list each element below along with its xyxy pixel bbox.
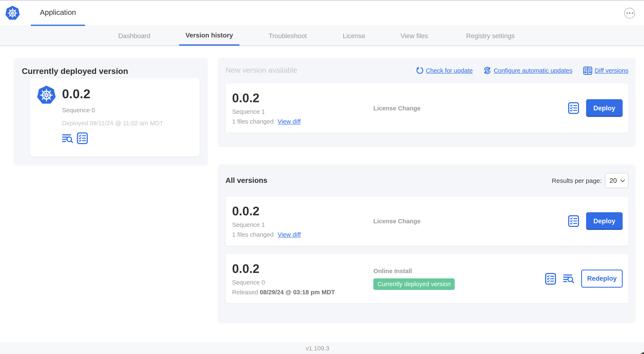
- diff-icon: [583, 66, 592, 75]
- tab-dashboard[interactable]: Dashboard: [114, 26, 154, 46]
- clock-refresh-icon: [484, 67, 491, 74]
- results-per-page-label: Results per page:: [552, 177, 602, 184]
- app-header: Application: [0, 0, 644, 26]
- kubernetes-app-icon: [37, 85, 56, 105]
- version-history-page: Application Dashboard Version history Tr…: [0, 0, 644, 354]
- app-tab-application[interactable]: Application: [31, 0, 85, 26]
- files-changed-label: 1 files changed: [232, 118, 274, 125]
- row-version-number: 0.0.2: [232, 204, 301, 218]
- checklist-icon[interactable]: [568, 215, 579, 227]
- files-changed-label: 1 files changed: [232, 231, 274, 238]
- configure-automatic-updates-link[interactable]: Configure automatic updates: [484, 67, 572, 74]
- deployed-timestamp: Deployed 09/11/24 @ 11:02 am MDT: [62, 120, 163, 127]
- tab-view-files[interactable]: View files: [398, 26, 431, 46]
- currently-deployed-badge: Currently deployed version: [373, 278, 455, 290]
- new-version-title: New version available: [226, 66, 297, 75]
- all-versions-title: All versions: [226, 176, 267, 185]
- results-per-page-select[interactable]: 20: [605, 173, 628, 188]
- tab-registry-settings[interactable]: Registry settings: [462, 26, 519, 46]
- deployed-sequence: Sequence 0: [62, 106, 163, 113]
- view-diff-link[interactable]: View diff: [278, 231, 301, 238]
- row-version-number: 0.0.2: [232, 262, 335, 275]
- deployed-version-number: 0.0.2: [62, 87, 163, 101]
- view-diff-link[interactable]: View diff: [278, 118, 301, 125]
- row-version-number: 0.0.2: [232, 91, 301, 105]
- row-sequence: Sequence 1: [232, 108, 301, 115]
- redeploy-button[interactable]: Redeploy: [581, 270, 623, 288]
- kubernetes-logo-icon: [5, 6, 20, 21]
- row-source-label: Online Install: [373, 267, 455, 274]
- ellipsis-menu-button[interactable]: [624, 8, 635, 19]
- check-for-update-link[interactable]: Check for update: [416, 67, 473, 74]
- nav-tabbar: Dashboard Version history Troubleshoot L…: [0, 26, 644, 46]
- logs-icon[interactable]: [563, 274, 574, 283]
- tab-version-history[interactable]: Version history: [179, 26, 239, 46]
- footer: v1.109.3: [0, 342, 644, 354]
- row-source-label: License Change: [373, 218, 420, 225]
- tab-troubleshoot[interactable]: Troubleshoot: [265, 26, 310, 46]
- deployed-version-detail: 0.0.2 Sequence 0 Deployed 09/11/24 @ 11:…: [30, 78, 200, 157]
- deploy-button[interactable]: Deploy: [586, 99, 623, 117]
- diff-versions-link[interactable]: Diff versions: [583, 66, 628, 75]
- version-row-sequence-1: 0.0.2 Sequence 1 1 files changed View di…: [226, 196, 628, 246]
- currently-deployed-card: Currently deployed version 0.0.2 Sequenc…: [14, 58, 208, 166]
- released-date: 08/29/24 @ 03:18 pm MDT: [260, 288, 335, 295]
- logs-icon[interactable]: [62, 134, 73, 143]
- new-version-card: New version available Check for update: [218, 58, 636, 147]
- refresh-icon: [416, 67, 423, 74]
- checklist-icon[interactable]: [77, 132, 88, 144]
- checklist-icon[interactable]: [545, 273, 556, 285]
- currently-deployed-title: Currently deployed version: [22, 67, 208, 76]
- row-source-label: License Change: [373, 105, 420, 111]
- console-version-label: v1.109.3: [0, 345, 635, 352]
- version-row-sequence-0: 0.0.2 Sequence 0 Released 08/29/24 @ 03:…: [226, 254, 628, 303]
- row-sequence: Sequence 0: [232, 279, 335, 285]
- tab-license[interactable]: License: [340, 26, 368, 46]
- checklist-icon[interactable]: [568, 102, 579, 114]
- new-version-row: 0.0.2 Sequence 1 1 files changed View di…: [226, 83, 628, 133]
- chevron-down-icon: [620, 178, 625, 183]
- deploy-button[interactable]: Deploy: [586, 212, 623, 230]
- released-label: Released: [232, 288, 258, 295]
- window-top-edge: [0, 0, 644, 1]
- row-sequence: Sequence 1: [232, 221, 301, 228]
- all-versions-card: All versions Results per page: 20 0.0.2 …: [218, 164, 636, 323]
